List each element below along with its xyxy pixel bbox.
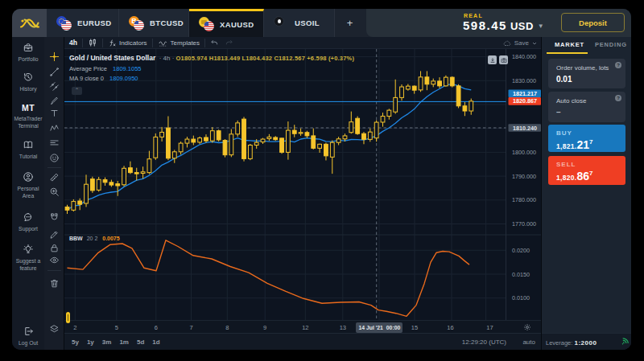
- buy-button[interactable]: BUY 1,821.217: [548, 125, 625, 152]
- tool-remove-drawings[interactable]: [49, 278, 60, 289]
- range-button-5d[interactable]: 5d: [137, 338, 144, 346]
- sidebar-item-portfolio[interactable]: Portfolio: [12, 42, 44, 63]
- axis-label: 1840.000: [512, 53, 536, 60]
- candle-down: [109, 183, 114, 185]
- tab-xauusd[interactable]: XAUUSD: [189, 9, 264, 37]
- deposit-button-label: Deposit: [579, 18, 607, 27]
- auto-close-field[interactable]: Auto close – ?: [548, 92, 625, 122]
- crosshair-icon: [49, 51, 60, 62]
- auto-close-label: Auto close: [556, 97, 586, 105]
- time-axis[interactable]: 256789121315161714 Jul '2100:00: [64, 320, 541, 333]
- range-button-1d[interactable]: 1d: [152, 338, 159, 346]
- bbw-indicator-legend[interactable]: BBW 20 2 0.0075: [69, 236, 120, 241]
- chart-marker-handle[interactable]: [66, 312, 71, 323]
- candle-up: [185, 139, 189, 143]
- time-axis-label: 5: [115, 324, 118, 331]
- deposit-button[interactable]: Deposit: [561, 13, 625, 32]
- sidebar-item-metatrader-terminal[interactable]: MTMetaTraderTerminal: [12, 103, 44, 129]
- toolbar-divider: [47, 167, 61, 168]
- order-panel: MARKET PENDING Order volume, lots 0.01 ?…: [541, 37, 631, 350]
- timeframe-button[interactable]: 4h: [64, 37, 82, 49]
- tool-drawing-mode[interactable]: [49, 229, 60, 240]
- candle-down: [305, 133, 309, 136]
- tool-lock-drawings[interactable]: [49, 243, 60, 253]
- candle-down: [103, 180, 107, 183]
- drawing-mode-icon: [49, 229, 60, 240]
- camera-button[interactable]: [499, 55, 508, 64]
- candle-down: [312, 136, 316, 148]
- tool-brush[interactable]: [49, 96, 60, 106]
- legend-collapse-button[interactable]: ⌃: [72, 87, 82, 95]
- order-volume-field[interactable]: Order volume, lots 0.01 ?: [548, 59, 625, 89]
- help-icon[interactable]: ?: [615, 95, 621, 101]
- indicator-row-ma[interactable]: MA 9 close 0 1809.0950: [69, 74, 354, 83]
- tab-btcusd[interactable]: BBTCUSD: [119, 9, 189, 37]
- sidebar-item-support[interactable]: Support: [12, 211, 44, 232]
- range-button-5y[interactable]: 5y: [72, 338, 79, 346]
- indicator-value: 1809.1055: [113, 65, 141, 72]
- account-balance-dropdown[interactable]: 598.45 USD ▼: [463, 18, 544, 32]
- tool-hide-drawings[interactable]: [49, 255, 60, 265]
- sidebar-item-history[interactable]: History: [12, 72, 44, 92]
- camera-icon: [501, 57, 507, 64]
- time-axis-label: 15: [411, 324, 418, 331]
- candle-up: [248, 145, 252, 158]
- cloud-icon: [502, 39, 512, 47]
- main-sidebar: PortfolioHistoryMTMetaTraderTerminalTuto…: [12, 37, 44, 350]
- tool-xabcd-pattern[interactable]: [49, 123, 60, 133]
- range-button-1m[interactable]: 1m: [119, 338, 129, 346]
- indicator-label: Average Price: [69, 65, 107, 72]
- tab-market[interactable]: MARKET: [555, 41, 584, 48]
- sell-button[interactable]: SELL 1,820.867: [548, 156, 625, 186]
- sell-price: 1,820.867: [556, 169, 592, 183]
- tool-ruler[interactable]: [49, 172, 60, 183]
- app-logo[interactable]: [12, 9, 47, 37]
- tool-object-tree[interactable]: [49, 324, 60, 334]
- tool-zoom-in[interactable]: [49, 187, 60, 197]
- candle-up: [172, 152, 176, 158]
- price-chart[interactable]: 1840.0001830.0001800.0001790.0001780.000…: [64, 49, 541, 320]
- axis-label: 1790.000: [512, 173, 536, 180]
- legend-ohlc-values: O1805.974 H1813.449 L1804.432 C1812.567 …: [176, 55, 355, 62]
- indicators-button[interactable]: Indicators: [103, 37, 152, 49]
- tool-crosshair[interactable]: [49, 51, 60, 62]
- tool-channels[interactable]: [49, 81, 60, 92]
- snapshot-button[interactable]: [488, 55, 497, 64]
- tab-eurusd[interactable]: EURUSD: [47, 9, 119, 37]
- sidebar-item-log-out[interactable]: Log Out: [12, 326, 44, 347]
- tool-text[interactable]: [49, 108, 60, 118]
- range-button-3m[interactable]: 3m: [102, 338, 112, 346]
- help-icon[interactable]: ?: [615, 62, 621, 68]
- clock-utc[interactable]: 12:29:20 (UTC): [462, 338, 506, 346]
- symbol-title[interactable]: Gold / United States Dollar: [69, 54, 155, 62]
- bbw-name: BBW: [69, 236, 83, 241]
- remove-drawings-icon: [49, 278, 60, 289]
- tool-magnet[interactable]: [49, 212, 60, 223]
- chart-style-button[interactable]: [83, 37, 102, 49]
- templates-button[interactable]: Templates: [153, 37, 204, 49]
- tab-pending[interactable]: PENDING: [595, 41, 627, 48]
- timezone-auto-button[interactable]: auto: [522, 338, 535, 346]
- candle-up: [400, 87, 404, 97]
- chart-legend: Gold / United States Dollar · 4h · O1805…: [69, 51, 354, 83]
- connection-status-bar: Leverage: 1:2000: [542, 333, 631, 350]
- tool-trend-line[interactable]: [49, 67, 60, 77]
- save-layout-button[interactable]: Save: [502, 37, 538, 49]
- sidebar-item-label: Suggest afeature: [12, 257, 44, 272]
- indicator-row-average-price[interactable]: Average Price 1809.1055: [69, 64, 354, 73]
- redo-button[interactable]: [224, 37, 238, 49]
- add-instrument-button[interactable]: +: [335, 9, 365, 37]
- sidebar-item-tutorial[interactable]: Tutorial: [12, 139, 44, 160]
- tab-usoil[interactable]: USOIL: [264, 9, 335, 37]
- time-axis-label: 7: [189, 324, 192, 331]
- text-icon: [49, 108, 60, 118]
- range-button-1y[interactable]: 1y: [87, 338, 94, 346]
- tool-emoji[interactable]: [49, 153, 60, 163]
- sidebar-item-suggest-a-feature[interactable]: Suggest afeature: [12, 244, 44, 272]
- axis-label: 0.0100: [512, 294, 530, 302]
- xabcd-pattern-icon: [49, 123, 60, 133]
- tool-long-position[interactable]: [49, 137, 60, 148]
- gear-icon[interactable]: [523, 323, 531, 331]
- undo-button[interactable]: [205, 37, 224, 49]
- sidebar-item-personal-area[interactable]: PersonalArea: [12, 171, 44, 199]
